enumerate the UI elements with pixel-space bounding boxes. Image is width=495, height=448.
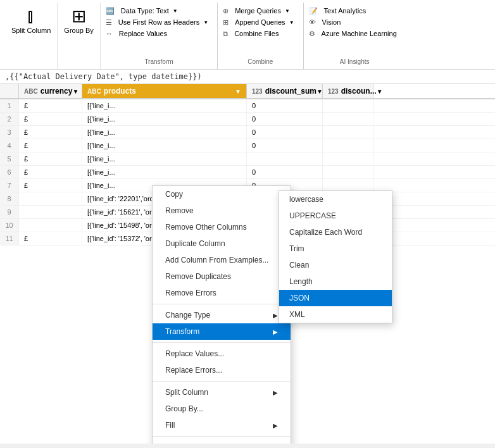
menu-item-copy[interactable]: Copy [153,186,291,202]
menu-item-label: Copy [165,190,183,199]
menu-item-replace_errors[interactable]: Replace Errors... [153,362,291,378]
products-cell: [{'line_i... [82,139,247,152]
discount2-cell [323,113,373,125]
transform-submenu-item-trim[interactable]: Trim [279,240,392,257]
menu-item-change_type[interactable]: Change Type▶ [153,307,291,323]
table-row[interactable]: 5£[{'line_i... [0,152,495,166]
table-row[interactable]: 2£[{'line_i...0 [0,113,495,126]
azure-ml-label: Azure Machine Learning [322,30,397,37]
currency-sort-btn[interactable]: ▼ [72,88,78,95]
row-num-cell: 6 [0,166,19,178]
menu-item-unpivot_cols[interactable]: Unpivot Columns [153,439,291,444]
menu-item-remove_errors[interactable]: Remove Errors [153,285,291,301]
combine-files-btn[interactable]: Combine Files [230,28,282,39]
menu-item-duplicate_col[interactable]: Duplicate Column [153,235,291,252]
discount2-sort-btn[interactable]: ▼ [377,88,383,95]
menu-item-label: Remove Duplicates [165,272,231,281]
transform-submenu-item-json[interactable]: JSON [279,290,392,306]
data-type-label: Data Type: Text [121,7,169,15]
submenu-arrow-icon: ▶ [273,389,278,396]
currency-cell: £ [19,152,82,165]
discount2-cell [323,99,373,112]
menu-item-remove_duplicates[interactable]: Remove Duplicates [153,268,291,285]
row-num-cell: 11 [0,232,19,245]
table-row[interactable]: 4£[{'line_i...0 [0,139,495,152]
menu-item-remove[interactable]: Remove [153,202,291,219]
col-header-discount2[interactable]: 123 discoun... ▼ [323,84,373,98]
vision-label: Vision [322,18,341,26]
use-first-row-btn[interactable]: Use First Row as Headers ▼ [115,17,212,27]
text-analytics-btn[interactable]: Text Analytics [320,6,370,16]
menu-item-label: Group By... [165,404,203,413]
ai-insights-label: AI Insights [309,58,401,66]
merge-arrow: ▼ [285,8,290,14]
combine-files-label: Combine Files [234,30,279,37]
replace-values-btn[interactable]: Replace Values [115,28,171,39]
append-arrow: ▼ [289,20,294,25]
menu-item-label: Transform [165,327,199,336]
discount-sum-cell: 0 [247,113,323,125]
split-column-label: Split Column [11,27,51,35]
split-column-btn[interactable]: ⫿ Split Column [5,3,58,69]
table-row[interactable]: 6£[{'line_i...0 [0,166,495,179]
row-num-cell: 9 [0,206,19,218]
table-row[interactable]: 1£[{'line_i...0 [0,99,495,113]
col-header-discount-sum[interactable]: 123 discount_sum ▼ [247,84,323,98]
vision-btn[interactable]: Vision [318,17,345,27]
split-column-icon: ⫿ [27,8,35,25]
menu-item-transform[interactable]: Transform▶ [153,323,291,340]
menu-item-label: Remove Errors [165,289,216,297]
merge-icon: ⊕ [223,7,229,15]
menu-separator [153,342,291,343]
transform-submenu-item-uppercase[interactable]: UPPERCASE [279,208,392,224]
menu-item-fill[interactable]: Fill▶ [153,417,291,433]
menu-separator [153,436,291,437]
currency-cell: £ [19,179,82,192]
merge-queries-label: Merge Queries [235,7,281,15]
menu-item-group_by[interactable]: Group By... [153,401,291,417]
data-type-btn[interactable]: Data Type: Text ▼ [117,6,182,16]
products-cell: [{'line_i... [82,99,247,112]
transform-submenu-item-capitalize[interactable]: Capitalize Each Word [279,224,392,240]
table-header: ABC currency ▼ ABC products ▼ 123 discou… [0,84,495,99]
currency-cell [19,192,82,205]
submenu-arrow-icon: ▶ [273,312,278,319]
row-num-cell: 3 [0,126,19,139]
discount2-type-icon: 123 [328,88,339,95]
discount2-cell [323,139,373,152]
menu-item-remove_other_cols[interactable]: Remove Other Columns [153,219,291,235]
col-header-products[interactable]: ABC products ▼ [82,84,247,98]
currency-cell [19,206,82,218]
products-cell: [{'line_i... [82,152,247,165]
menu-item-label: Remove Other Columns [165,223,247,232]
col-header-currency[interactable]: ABC currency ▼ [19,84,82,98]
menu-item-add_col_examples[interactable]: Add Column From Examples... [153,252,291,268]
table-row[interactable]: 3£[{'line_i...0 [0,126,495,139]
append-queries-btn[interactable]: Append Queries ▼ [231,17,298,27]
menu-item-replace_values[interactable]: Replace Values... [153,345,291,362]
transform-submenu-item-lowercase[interactable]: lowercase [279,191,392,208]
discount-sum-sort-btn[interactable]: ▼ [316,88,323,95]
row-num-cell: 4 [0,139,19,152]
menu-item-label: Split Column [165,388,208,397]
data-type-row: 🔤 Data Type: Text ▼ [106,5,212,16]
azure-ml-btn[interactable]: Azure Machine Learning [318,28,401,39]
append-queries-row: ⊞ Append Queries ▼ [223,16,298,28]
transform-submenu-item-xml[interactable]: XML [279,306,392,323]
group-by-btn[interactable]: ⊞ Group By [58,3,100,69]
azure-ml-icon: ⚙ [309,30,315,38]
replace-values-row: ↔ Replace Values [106,28,212,39]
table-area: ABC currency ▼ ABC products ▼ 123 discou… [0,84,495,444]
row-num-cell: 10 [0,219,19,232]
menu-item-label: Change Type [165,311,210,320]
row-num-header [0,84,19,98]
merge-queries-btn[interactable]: Merge Queries ▼ [231,6,294,16]
first-row-arrow: ▼ [203,20,208,25]
group-by-label: Group By [64,27,93,35]
transform-submenu-item-length[interactable]: Length [279,273,392,290]
menu-item-split_column[interactable]: Split Column▶ [153,384,291,401]
products-type-icon: ABC [87,88,101,95]
menu-item-label: Replace Values... [165,349,224,358]
products-sort-btn[interactable]: ▼ [235,88,241,95]
transform-submenu-item-clean[interactable]: Clean [279,257,392,273]
